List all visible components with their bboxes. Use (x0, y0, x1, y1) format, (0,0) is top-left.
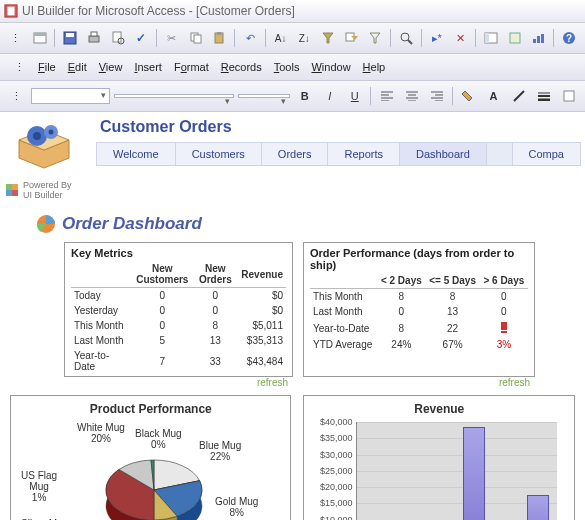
y-tick: $15,000 (320, 498, 353, 508)
svg-rect-11 (194, 35, 201, 43)
font-selector[interactable] (114, 94, 233, 98)
key-metrics-title: Key Metrics (71, 247, 286, 259)
filter-button[interactable] (317, 27, 339, 49)
bold-button[interactable]: B (293, 85, 316, 107)
tab-reports[interactable]: Reports (328, 143, 400, 165)
menu-records[interactable]: Records (215, 59, 268, 75)
delete-record-button[interactable]: ✕ (450, 27, 472, 49)
menu-edit[interactable]: Edit (62, 59, 93, 75)
new-object-button[interactable] (504, 27, 526, 49)
separator (370, 87, 371, 105)
font-color-button[interactable]: A (482, 85, 505, 107)
row-label: Year-to-Date (71, 348, 132, 374)
cell: $35,313 (238, 333, 286, 348)
filter-form-button[interactable] (341, 27, 363, 49)
cell: $0 (238, 288, 286, 304)
undo-button[interactable]: ↶ (239, 27, 261, 49)
table-row: This Month880 (310, 289, 528, 305)
view-mode-button[interactable] (29, 27, 51, 49)
window-titlebar: UI Builder for Microsoft Access - [Custo… (0, 0, 585, 23)
separator (452, 87, 453, 105)
svg-rect-7 (91, 32, 97, 36)
save-button[interactable] (59, 27, 81, 49)
print-preview-button[interactable] (107, 27, 129, 49)
menu-format[interactable]: Format (168, 59, 215, 75)
sort-desc-button[interactable]: Z↓ (293, 27, 315, 49)
help-button[interactable]: ? (558, 27, 580, 49)
line-width-button[interactable] (532, 85, 555, 107)
align-right-button[interactable] (425, 85, 448, 107)
metrics-row: Key Metrics New Customers New Orders Rev… (0, 242, 585, 377)
db-window-button[interactable] (480, 27, 502, 49)
tab-orders[interactable]: Orders (262, 143, 329, 165)
table-header-row: New Customers New Orders Revenue (71, 261, 286, 288)
grip-icon: ⋮ (7, 56, 31, 78)
cell: 22 (425, 319, 479, 337)
italic-button[interactable]: I (318, 85, 341, 107)
menu-window[interactable]: Window (305, 59, 356, 75)
tab-welcome[interactable]: Welcome (97, 143, 176, 165)
menu-file[interactable]: File (32, 59, 62, 75)
font-size-selector[interactable] (238, 94, 291, 98)
object-selector[interactable] (31, 88, 110, 104)
svg-text:?: ? (566, 33, 572, 44)
underline-button[interactable]: U (343, 85, 366, 107)
svg-point-42 (33, 132, 41, 140)
chart-button[interactable] (528, 27, 550, 49)
grip-icon: ⋮ (5, 85, 28, 107)
cell: 5 (132, 333, 192, 348)
svg-rect-19 (510, 33, 520, 43)
toolbar-format: ⋮ B I U A (0, 81, 585, 112)
key-metrics-box: Key Metrics New Customers New Orders Rev… (64, 242, 293, 377)
cell: 13 (425, 304, 479, 319)
sort-asc-button[interactable]: A↓ (270, 27, 292, 49)
y-tick: $35,000 (320, 433, 353, 443)
col-revenue: Revenue (238, 261, 286, 288)
cell: 8 (377, 319, 425, 337)
charts-row: Product Performance White Mug20%Black Mu… (0, 377, 585, 520)
cell: $0 (238, 303, 286, 318)
align-center-button[interactable] (400, 85, 423, 107)
product-performance-chart: Product Performance White Mug20%Black Mu… (10, 395, 291, 520)
cell (480, 319, 528, 337)
fill-color-button[interactable] (457, 85, 480, 107)
tab-customers[interactable]: Customers (176, 143, 262, 165)
new-record-button[interactable]: ▸* (426, 27, 448, 49)
menu-help[interactable]: Help (357, 59, 392, 75)
tab-company[interactable]: Compa (512, 143, 580, 165)
svg-rect-51 (501, 331, 507, 333)
svg-rect-8 (113, 32, 121, 42)
y-axis: $0$5,000$10,000$15,000$20,000$25,000$30,… (310, 422, 354, 520)
svg-rect-46 (12, 184, 18, 190)
key-metrics-refresh[interactable]: refresh (257, 377, 288, 388)
col-blank (310, 273, 377, 289)
row-label: Last Month (310, 304, 377, 319)
menu-tools[interactable]: Tools (268, 59, 306, 75)
warning-icon (499, 321, 509, 333)
col-new-customers: New Customers (132, 261, 192, 288)
table-row: YTD Average24%67%3% (310, 337, 528, 352)
align-left-button[interactable] (375, 85, 398, 107)
y-tick: $40,000 (320, 417, 353, 427)
tab-dashboard[interactable]: Dashboard (400, 143, 487, 165)
order-perf-refresh[interactable]: refresh (499, 377, 530, 388)
svg-rect-48 (12, 190, 18, 196)
special-effect-button[interactable] (557, 85, 580, 107)
cell: 7 (132, 348, 192, 374)
menu-view[interactable]: View (93, 59, 129, 75)
find-button[interactable] (395, 27, 417, 49)
paste-button[interactable] (209, 27, 231, 49)
print-button[interactable] (83, 27, 105, 49)
filter-apply-button[interactable] (365, 27, 387, 49)
spellcheck-button[interactable]: ✓ (130, 27, 152, 49)
copy-button[interactable] (185, 27, 207, 49)
cut-button[interactable]: ✂ (161, 27, 183, 49)
svg-rect-50 (501, 322, 507, 330)
menu-insert[interactable]: Insert (128, 59, 168, 75)
row-label: Year-to-Date (310, 319, 377, 337)
app-logo (4, 116, 84, 176)
svg-rect-47 (6, 190, 12, 196)
line-color-button[interactable] (507, 85, 530, 107)
separator (553, 29, 554, 47)
powered-by: Powered ByUI Builder (4, 180, 96, 200)
